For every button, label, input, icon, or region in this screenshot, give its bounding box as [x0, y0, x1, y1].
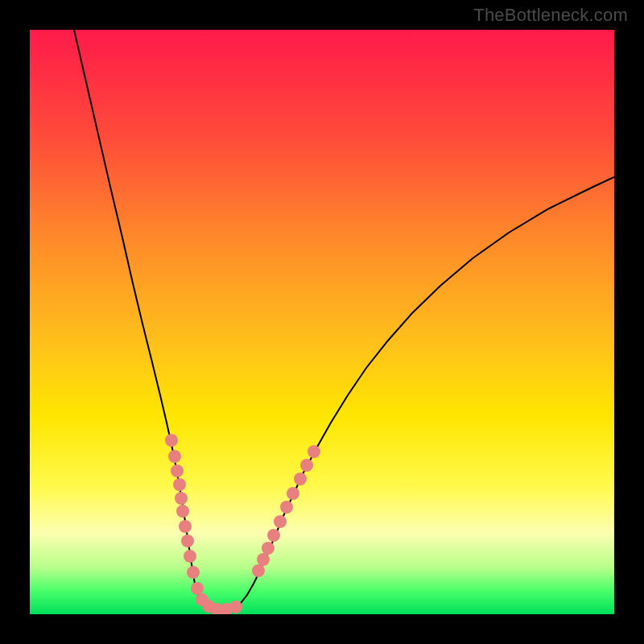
bottleneck-curve	[74, 30, 614, 612]
data-point	[308, 445, 320, 458]
data-point	[262, 542, 275, 555]
chart-svg	[30, 30, 614, 614]
data-point	[179, 520, 192, 533]
data-point	[267, 529, 280, 542]
data-point	[280, 501, 293, 514]
data-point	[300, 459, 313, 472]
data-point	[168, 450, 181, 463]
data-point	[171, 464, 184, 477]
data-point	[173, 478, 186, 491]
attribution-label: TheBottleneck.com	[473, 5, 628, 26]
data-point	[229, 601, 242, 613]
data-point	[181, 535, 194, 547]
dot-cluster-left	[165, 434, 242, 614]
plot-area	[30, 30, 614, 614]
data-point	[176, 505, 189, 518]
chart-frame: TheBottleneck.com	[0, 0, 644, 644]
data-point	[274, 515, 287, 528]
data-point	[184, 550, 196, 563]
data-point	[252, 564, 265, 577]
data-point	[191, 582, 204, 595]
data-point	[187, 566, 200, 579]
data-point	[165, 434, 178, 447]
data-point	[287, 487, 299, 500]
data-point	[257, 553, 270, 566]
dot-cluster-right	[252, 445, 320, 577]
data-point	[294, 473, 307, 485]
data-point	[175, 492, 188, 505]
